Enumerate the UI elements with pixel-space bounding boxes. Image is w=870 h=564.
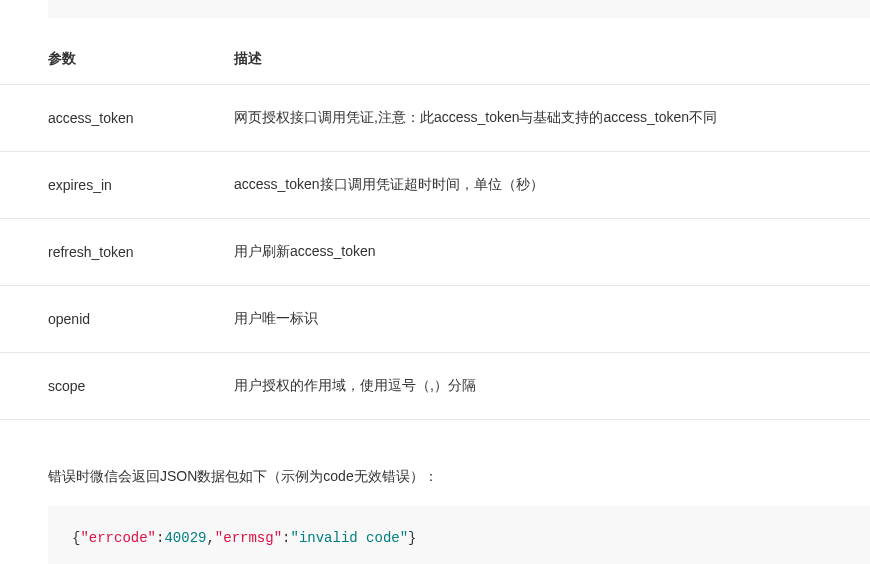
cell-param: refresh_token xyxy=(0,219,234,286)
table-row: refresh_token 用户刷新access_token xyxy=(0,219,870,286)
params-table: 参数 描述 access_token 网页授权接口调用凭证,注意：此access… xyxy=(0,34,870,420)
cell-desc: access_token接口调用凭证超时时间，单位（秒） xyxy=(234,152,870,219)
table-row: openid 用户唯一标识 xyxy=(0,286,870,353)
table-row: expires_in access_token接口调用凭证超时时间，单位（秒） xyxy=(0,152,870,219)
code-brace-close: } xyxy=(408,530,416,546)
cell-desc: 用户唯一标识 xyxy=(234,286,870,353)
cell-param: access_token xyxy=(0,85,234,152)
cell-param: scope xyxy=(0,353,234,420)
cell-desc: 用户授权的作用域，使用逗号（,）分隔 xyxy=(234,353,870,420)
cell-desc: 用户刷新access_token xyxy=(234,219,870,286)
cell-param: openid xyxy=(0,286,234,353)
cell-param: expires_in xyxy=(0,152,234,219)
table-header-row: 参数 描述 xyxy=(0,34,870,85)
header-desc: 描述 xyxy=(234,34,870,85)
header-param: 参数 xyxy=(0,34,234,85)
code-val-errmsg: "invalid code" xyxy=(290,530,408,546)
top-code-block-bottom xyxy=(48,0,870,18)
table-row: scope 用户授权的作用域，使用逗号（,）分隔 xyxy=(0,353,870,420)
error-note: 错误时微信会返回JSON数据包如下（示例为code无效错误）： xyxy=(48,468,870,486)
cell-desc: 网页授权接口调用凭证,注意：此access_token与基础支持的access_… xyxy=(234,85,870,152)
code-val-errcode: 40029 xyxy=(164,530,206,546)
error-code-block: {"errcode":40029,"errmsg":"invalid code"… xyxy=(48,506,870,564)
table-row: access_token 网页授权接口调用凭证,注意：此access_token… xyxy=(0,85,870,152)
code-key-errcode: "errcode" xyxy=(80,530,156,546)
code-comma: , xyxy=(206,530,214,546)
code-key-errmsg: "errmsg" xyxy=(215,530,282,546)
